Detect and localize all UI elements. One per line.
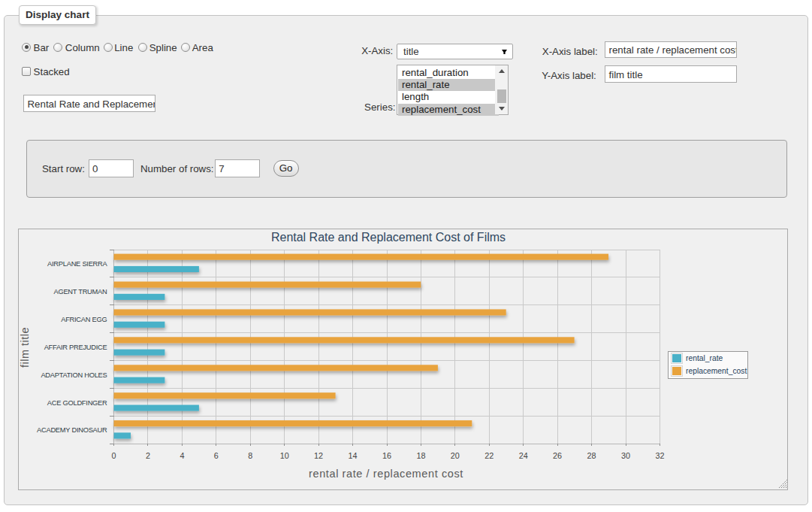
svg-text:26: 26 (553, 451, 562, 460)
svg-text:AFFAIR PREJUDICE: AFFAIR PREJUDICE (44, 344, 107, 351)
svg-text:replacement_cost: replacement_cost (686, 367, 747, 375)
svg-text:12: 12 (314, 451, 323, 460)
svg-text:ACADEMY DINOSAUR: ACADEMY DINOSAUR (37, 426, 107, 434)
svg-text:10: 10 (280, 451, 289, 460)
svg-text:14: 14 (348, 451, 357, 460)
svg-text:30: 30 (621, 451, 630, 460)
svg-text:film title: film title (19, 327, 31, 368)
svg-text:20: 20 (451, 451, 460, 460)
svg-text:18: 18 (416, 451, 425, 460)
svg-text:32: 32 (655, 451, 664, 460)
svg-text:24: 24 (519, 451, 528, 460)
svg-text:6: 6 (214, 451, 219, 460)
svg-text:AIRPLANE SIERRA: AIRPLANE SIERRA (47, 260, 107, 268)
svg-text:AFRICAN EGG: AFRICAN EGG (61, 316, 107, 323)
svg-text:ACE GOLDFINGER: ACE GOLDFINGER (47, 399, 107, 407)
svg-text:Rental Rate and Replacement Co: Rental Rate and Replacement Cost of Film… (271, 231, 506, 244)
svg-text:8: 8 (248, 451, 252, 460)
svg-text:AGENT TRUMAN: AGENT TRUMAN (53, 288, 107, 295)
svg-text:28: 28 (587, 451, 596, 460)
svg-text:rental rate / replacement cost: rental rate / replacement cost (309, 468, 463, 480)
svg-text:rental_rate: rental_rate (686, 354, 723, 362)
svg-text:2: 2 (146, 451, 150, 460)
svg-text:0: 0 (111, 451, 116, 460)
svg-text:4: 4 (180, 451, 184, 460)
svg-text:ADAPTATION HOLES: ADAPTATION HOLES (41, 371, 107, 379)
svg-text:22: 22 (484, 451, 494, 460)
svg-text:16: 16 (382, 451, 391, 460)
